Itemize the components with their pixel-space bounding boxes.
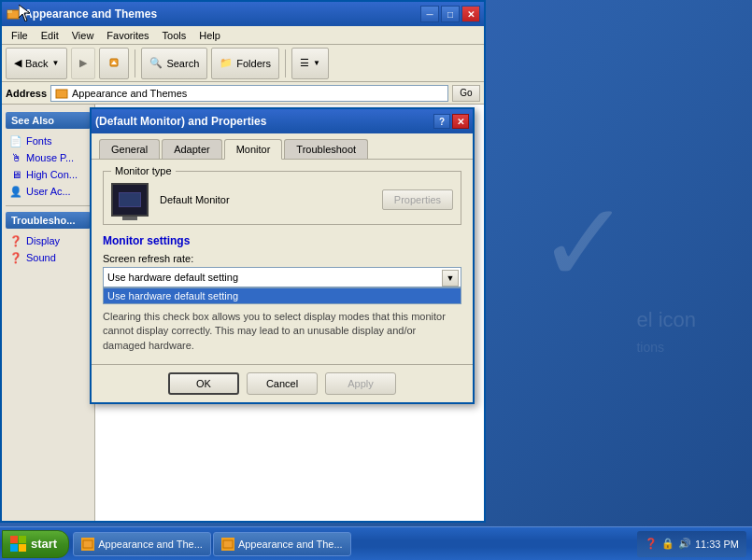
cancel-button[interactable]: Cancel	[247, 372, 318, 395]
sound-icon: ❓	[9, 251, 22, 264]
explorer-addressbar: Address Appearance and Themes Go	[2, 82, 484, 105]
tab-adapter[interactable]: Adapter	[162, 139, 222, 159]
tab-troubleshoot[interactable]: Troubleshoot	[284, 139, 368, 159]
menu-edit[interactable]: Edit	[35, 28, 64, 43]
address-icon	[55, 87, 68, 100]
display-icon: ❓	[9, 234, 22, 247]
settings-title: Monitor settings	[103, 234, 461, 247]
dialog-close-button[interactable]: ✕	[452, 114, 469, 129]
windows-logo	[10, 536, 27, 553]
address-input[interactable]: Appearance and Themes	[50, 85, 448, 102]
dialog-titlebar: (Default Monitor) and Properties ? ✕	[92, 109, 473, 133]
taskbar: start Appearance and The... Appearance a…	[0, 526, 752, 560]
dropdown-arrow-icon[interactable]: ▼	[442, 270, 459, 287]
apply-button[interactable]: Apply	[325, 372, 396, 395]
taskbar-item-0[interactable]: Appearance and The...	[73, 532, 211, 556]
volume-icon: 🔊	[678, 538, 691, 550]
systray: ❓ 🔒 🔊 11:33 PM	[637, 531, 746, 557]
fonts-label: Fonts	[26, 135, 52, 147]
dialog-help-button[interactable]: ?	[433, 114, 450, 129]
svg-rect-6	[223, 540, 233, 548]
search-label: Search	[166, 58, 199, 69]
folders-label: Folders	[236, 58, 271, 69]
forward-button[interactable]: ▶	[71, 48, 95, 79]
monitor-properties-dialog: (Default Monitor) and Properties ? ✕ Gen…	[90, 107, 475, 404]
menu-help[interactable]: Help	[193, 28, 226, 43]
up-button[interactable]	[99, 48, 129, 79]
taskbar-item-label-0: Appearance and The...	[98, 539, 203, 550]
mouse-label: Mouse P...	[26, 152, 74, 163]
forward-icon: ▶	[79, 57, 87, 69]
up-icon	[107, 57, 121, 70]
start-button[interactable]: start	[2, 530, 69, 558]
address-value: Appearance and Themes	[72, 88, 187, 99]
dialog-body: Monitor type Default Monitor Properties …	[92, 159, 473, 364]
menu-tools[interactable]: Tools	[157, 28, 192, 43]
cursor	[19, 5, 30, 21]
userac-icon: 👤	[9, 185, 22, 198]
dropdown-list[interactable]: Use hardware default setting	[103, 287, 461, 304]
minimize-button[interactable]: ─	[420, 6, 439, 22]
network-icon: 🔒	[661, 538, 674, 550]
display-label: Display	[26, 235, 60, 246]
sidebar-item-sound[interactable]: ❓ Sound	[6, 249, 91, 266]
ok-button[interactable]: OK	[168, 372, 239, 395]
search-button[interactable]: 🔍 Search	[141, 48, 207, 79]
dropdown-item-0[interactable]: Use hardware default setting	[104, 288, 461, 303]
desktop-text: el icon tions	[636, 308, 696, 355]
taskbar-item-icon-1	[221, 538, 234, 551]
refresh-rate-dropdown-container: Use hardware default setting ▼ Use hardw…	[103, 267, 461, 287]
properties-button[interactable]: Properties	[382, 189, 453, 210]
monitor-type-content: Default Monitor Properties	[111, 179, 453, 217]
close-button[interactable]: ✕	[461, 6, 480, 22]
views-dropdown: ▼	[313, 59, 320, 67]
info-text: Clearing this check box allows you to se…	[103, 310, 461, 353]
refresh-rate-dropdown[interactable]: Use hardware default setting ▼	[103, 267, 461, 287]
sidebar-item-mouse[interactable]: 🖱 Mouse P...	[6, 149, 91, 166]
svg-rect-5	[83, 540, 92, 548]
userac-label: User Ac...	[26, 186, 71, 197]
maximize-button[interactable]: □	[441, 6, 460, 22]
svg-marker-7	[19, 5, 30, 21]
svg-rect-4	[56, 90, 67, 98]
highcontrast-label: High Con...	[26, 169, 78, 180]
sidebar-item-userac[interactable]: 👤 User Ac...	[6, 183, 91, 200]
go-button[interactable]: Go	[452, 85, 480, 102]
refresh-rate-row: Screen refresh rate: Use hardware defaul…	[103, 253, 461, 287]
back-button[interactable]: ◀ Back ▼	[6, 48, 67, 79]
views-icon: ☰	[300, 57, 309, 69]
tab-general[interactable]: General	[99, 139, 160, 159]
dialog-title-buttons: ? ✕	[433, 114, 469, 129]
explorer-toolbar: ◀ Back ▼ ▶ 🔍 Search 📁 Folders ☰ ▼	[2, 45, 484, 82]
explorer-titlebar: Appearance and Themes ─ □ ✕	[2, 2, 484, 26]
monitor-type-title: Monitor type	[111, 165, 176, 176]
explorer-menubar: File Edit View Favorites Tools Help	[2, 26, 484, 45]
sidebar-item-fonts[interactable]: 📄 Fonts	[6, 133, 91, 149]
taskbar-items: Appearance and The... Appearance and The…	[73, 532, 637, 556]
explorer-sidebar: See Also 📄 Fonts 🖱 Mouse P... 🖥 High Con…	[2, 105, 95, 521]
back-icon: ◀	[14, 57, 21, 69]
taskbar-item-1[interactable]: Appearance and The...	[213, 532, 351, 556]
views-button[interactable]: ☰ ▼	[291, 48, 329, 79]
sidebar-divider	[6, 205, 91, 206]
search-icon: 🔍	[149, 57, 163, 69]
svg-rect-1	[7, 10, 12, 13]
mouse-icon: 🖱	[9, 151, 22, 164]
sidebar-item-highcontrast[interactable]: 🖥 High Con...	[6, 166, 91, 183]
menu-view[interactable]: View	[66, 28, 100, 43]
sidebar-item-display[interactable]: ❓ Display	[6, 232, 91, 249]
folders-button[interactable]: 📁 Folders	[211, 48, 279, 79]
explorer-title-text: Appearance and Themes	[24, 7, 420, 21]
go-label: Go	[460, 88, 472, 98]
taskbar-item-label-1: Appearance and The...	[238, 539, 343, 550]
back-label: Back	[25, 58, 48, 69]
taskbar-item-icon-0	[81, 538, 94, 551]
sound-label: Sound	[26, 252, 56, 263]
dropdown-value: Use hardware default setting	[107, 272, 238, 283]
highcontrast-icon: 🖥	[9, 168, 22, 181]
menu-file[interactable]: File	[6, 28, 34, 43]
fonts-icon: 📄	[9, 134, 22, 147]
dialog-footer: OK Cancel Apply	[92, 364, 473, 402]
menu-favorites[interactable]: Favorites	[101, 28, 154, 43]
tab-monitor[interactable]: Monitor	[224, 139, 283, 160]
